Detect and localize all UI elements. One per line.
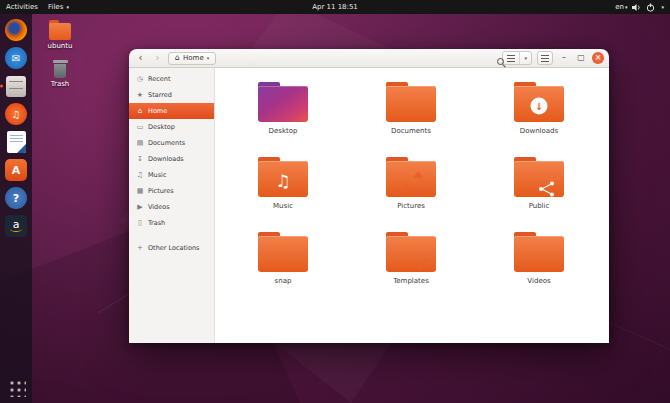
show-applications-button[interactable] [4,375,28,399]
help-icon [5,187,27,209]
folder-public[interactable]: Public [489,157,589,232]
view-options-segment[interactable]: ▾ [519,52,531,64]
minimize-button[interactable]: – [558,52,570,64]
libreoffice-writer-icon [7,131,26,153]
chevron-down-icon: ▾ [625,4,628,10]
sidebar-item-music[interactable]: ♫ Music [129,167,214,183]
files-icon [6,76,26,97]
folder-desktop[interactable]: Desktop [233,82,333,157]
folder-downloads[interactable]: Downloads [489,82,589,157]
picture-icon: ▦ [136,188,144,195]
input-source-indicator[interactable]: en▾ [615,3,627,11]
folder-documents[interactable]: Documents [361,82,461,157]
chevron-down-icon: ▾ [661,4,664,10]
desktop-icons: ubuntu Trash [42,20,78,88]
ubuntu-software-icon [5,159,27,181]
desktop-icon-trash[interactable]: Trash [42,60,78,88]
folder-icon [49,23,71,40]
plus-icon: + [136,245,144,252]
folder-icon [514,82,564,122]
back-button[interactable]: ‹ [134,52,147,65]
dock-item-files[interactable] [4,74,28,98]
dock-item-ubuntu-software[interactable] [4,158,28,182]
path-button[interactable]: ⌂ Home ▾ [168,52,216,65]
folder-icon [386,82,436,122]
menu-button[interactable] [537,51,553,65]
sidebar-item-recent[interactable]: ◷ Recent [129,71,214,87]
video-icon: ▶ [136,204,144,211]
sidebar-item-starred[interactable]: ★ Starred [129,87,214,103]
download-emblem-icon [531,98,548,115]
document-icon: ▤ [136,140,144,147]
desktop-icon-label: Trash [51,80,70,88]
firefox-icon [5,19,27,41]
desktop-icon-label: ubuntu [48,42,73,50]
files-window: ‹ › ⌂ Home ▾ ▾ – ▢ × ◷ Recent ★ [129,49,609,343]
folder-videos[interactable]: Videos [489,232,589,307]
folder-templates[interactable]: Templates [361,232,461,307]
maximize-button[interactable]: ▢ [575,52,587,64]
top-bar: Activities Files ▾ Apr 11 18:51 en▾ ▾ [0,0,670,14]
folder-icon [258,157,308,197]
desktop-folder-icon [258,82,308,122]
dock-item-libreoffice-writer[interactable] [4,130,28,154]
desktop-icon-ubuntu[interactable]: ubuntu [42,20,78,50]
dock-item-firefox[interactable] [4,18,28,42]
file-grid: Desktop Documents Downloads Music [215,68,609,343]
clock-icon: ◷ [136,76,144,83]
sidebar-item-home[interactable]: ⌂ Home [129,103,214,119]
hamburger-icon [541,55,549,62]
close-button[interactable]: × [592,52,604,64]
system-status-area[interactable]: en▾ ▾ [615,3,664,12]
dock-item-rhythmbox[interactable] [4,102,28,126]
thunderbird-icon [5,47,27,69]
dock-item-amazon[interactable] [4,214,28,238]
clock[interactable]: Apr 11 18:51 [312,3,358,11]
path-label: Home [183,54,204,62]
folder-icon [514,232,564,272]
view-toggle-button[interactable]: ▾ [502,51,532,65]
dock-item-help[interactable] [4,186,28,210]
power-icon [646,3,655,12]
sidebar: ◷ Recent ★ Starred ⌂ Home ▭ Desktop ▤ Do… [129,68,215,343]
star-icon: ★ [136,92,144,99]
trash-icon [53,60,68,78]
sidebar-item-downloads[interactable]: ↧ Downloads [129,151,214,167]
sidebar-item-videos[interactable]: ▶ Videos [129,199,214,215]
music-note-icon: ♫ [136,172,144,179]
rhythmbox-icon [5,103,27,125]
amazon-icon [5,215,27,237]
volume-icon [632,3,641,12]
activities-button[interactable]: Activities [6,3,38,11]
music-emblem-icon [275,173,290,190]
sidebar-item-other-locations[interactable]: + Other Locations [129,240,214,256]
home-icon: ⌂ [136,108,144,115]
list-view-icon [507,55,515,62]
app-menu-button[interactable]: Files ▾ [48,3,69,11]
forward-button[interactable]: › [151,52,164,65]
folder-icon [258,232,308,272]
desktop-icon: ▭ [136,124,144,131]
home-icon: ⌂ [175,54,180,62]
sidebar-item-trash[interactable]: ▯ Trash [129,215,214,231]
folder-icon [514,157,564,197]
chevron-down-icon: ▾ [207,55,210,61]
running-indicator [0,85,3,88]
sidebar-item-desktop[interactable]: ▭ Desktop [129,119,214,135]
window-headerbar[interactable]: ‹ › ⌂ Home ▾ ▾ – ▢ × [129,49,609,68]
view-mode-segment[interactable] [503,52,519,64]
sidebar-item-pictures[interactable]: ▦ Pictures [129,183,214,199]
folder-icon [386,157,436,197]
folder-music[interactable]: Music [233,157,333,232]
folder-pictures[interactable]: Pictures [361,157,461,232]
folder-snap[interactable]: snap [233,232,333,307]
download-icon: ↧ [136,156,144,163]
folder-icon [386,232,436,272]
dock [0,14,32,403]
chevron-down-icon: ▾ [524,55,527,61]
dock-item-thunderbird[interactable] [4,46,28,70]
trash-icon: ▯ [136,220,144,227]
show-applications-icon [7,378,26,397]
sidebar-item-documents[interactable]: ▤ Documents [129,135,214,151]
chevron-down-icon: ▾ [67,4,70,10]
